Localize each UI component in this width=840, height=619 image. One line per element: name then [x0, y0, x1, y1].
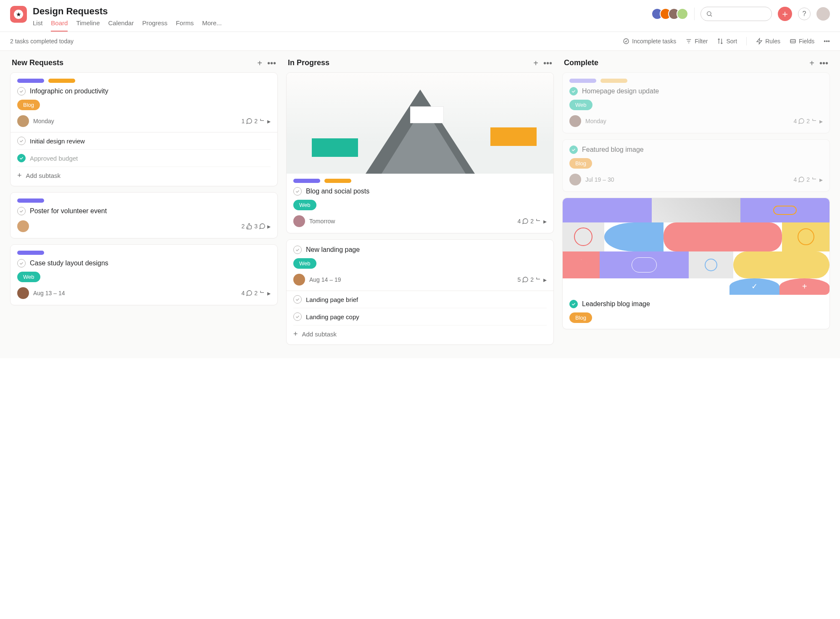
star-icon: ★ [14, 10, 23, 19]
member-avatars[interactable] [651, 8, 688, 20]
subtask[interactable]: Approved budget [17, 150, 271, 167]
tab-timeline[interactable]: Timeline [76, 19, 100, 32]
subtask[interactable]: Landing page brief [293, 291, 547, 308]
assignee-avatar[interactable] [293, 274, 305, 286]
tag-web[interactable]: Web [569, 100, 592, 110]
likes-count[interactable]: 2 [241, 223, 253, 230]
filter-icon [685, 38, 692, 45]
tag-blog[interactable]: Blog [17, 100, 40, 110]
subtask-icon [535, 218, 542, 225]
add-subtask-button[interactable]: +Add subtask [293, 325, 547, 339]
subtask-check-icon[interactable] [17, 137, 26, 145]
complete-check-icon[interactable] [569, 300, 578, 308]
help-button[interactable]: ? [798, 8, 811, 20]
tag-web[interactable]: Web [17, 272, 40, 282]
assignee-avatar[interactable] [17, 287, 29, 299]
subtasks-count[interactable]: 2 [530, 276, 542, 283]
add-card-button[interactable]: + [257, 59, 262, 67]
task-card[interactable]: New landing pageWebAug 14 – 1952▸ Landin… [286, 239, 554, 345]
card-meta: 42▸ [241, 289, 271, 297]
task-card[interactable]: Poster for volunteer event23▸ [10, 192, 278, 238]
subtask[interactable]: Initial design review [17, 132, 271, 150]
search-input[interactable] [700, 7, 772, 21]
comments-count[interactable]: 4 [793, 118, 805, 124]
add-card-button[interactable]: + [809, 59, 814, 67]
tab-list[interactable]: List [33, 19, 42, 32]
tab-progress[interactable]: Progress [142, 19, 167, 32]
assignee-avatar[interactable] [17, 115, 29, 127]
tag-blog[interactable]: Blog [569, 312, 592, 323]
task-card[interactable]: Blog and social postsWebTomorrow42▸ [286, 72, 554, 233]
comments-count[interactable]: 4 [517, 218, 529, 225]
add-subtask-button[interactable]: +Add subtask [17, 167, 271, 180]
comments-count[interactable]: 4 [241, 290, 253, 296]
tag-web[interactable]: Web [293, 200, 316, 210]
more-button[interactable]: ••• [824, 38, 830, 45]
chevron-right-icon[interactable]: ▸ [819, 117, 823, 125]
member-avatar[interactable] [677, 8, 688, 20]
task-card[interactable]: Infographic on productivityBlogMonday12▸… [10, 72, 278, 186]
assignee-avatar[interactable] [17, 220, 29, 232]
subtask-check-icon[interactable] [293, 295, 302, 304]
complete-check-icon[interactable] [569, 87, 578, 95]
comment-icon [259, 223, 266, 230]
user-avatar[interactable] [816, 7, 830, 21]
add-button[interactable]: ＋ [778, 7, 792, 21]
subtasks-count[interactable]: 2 [254, 290, 266, 296]
task-card[interactable]: ✓ + Leadership blog imageBlog [562, 198, 830, 329]
tab-more[interactable]: More... [202, 19, 222, 32]
chevron-right-icon[interactable]: ▸ [819, 176, 823, 184]
assignee-avatar[interactable] [569, 115, 581, 127]
chevron-right-icon[interactable]: ▸ [543, 276, 547, 284]
comments-count[interactable]: 5 [517, 276, 529, 283]
subtask-check-icon[interactable] [17, 154, 26, 162]
svg-marker-6 [757, 38, 762, 44]
svg-point-0 [707, 12, 711, 16]
tag-blog[interactable]: Blog [569, 158, 592, 169]
tab-board[interactable]: Board [51, 19, 68, 32]
project-logo[interactable]: ★ [10, 6, 27, 23]
comments-count[interactable]: 1 [241, 118, 253, 124]
card-pills [17, 251, 271, 255]
incomplete-filter[interactable]: Incomplete tasks [623, 38, 676, 45]
subtask-check-icon[interactable] [293, 312, 302, 321]
column-more-button[interactable]: ••• [819, 59, 828, 67]
column-more-button[interactable]: ••• [543, 59, 552, 67]
comments-count[interactable]: 3 [254, 223, 266, 230]
complete-check-icon[interactable] [569, 145, 578, 154]
card-meta: 23▸ [241, 222, 271, 230]
chevron-right-icon[interactable]: ▸ [267, 222, 271, 230]
subtask[interactable]: Landing page copy [293, 308, 547, 325]
subtasks-count[interactable]: 2 [254, 118, 266, 124]
complete-check-icon[interactable] [17, 207, 26, 215]
column-more-button[interactable]: ••• [267, 59, 276, 67]
chevron-right-icon[interactable]: ▸ [543, 217, 547, 225]
fields-button[interactable]: Fields [790, 38, 814, 45]
complete-check-icon[interactable] [293, 187, 302, 196]
task-card[interactable]: Featured blog imageBlogJul 19 – 3042▸ [562, 139, 830, 192]
comment-icon [246, 290, 253, 296]
subtasks-count[interactable]: 2 [806, 176, 818, 183]
task-card[interactable]: Homepage design updateWebMonday42▸ [562, 72, 830, 133]
tab-forms[interactable]: Forms [176, 19, 194, 32]
complete-check-icon[interactable] [17, 259, 26, 267]
complete-check-icon[interactable] [17, 87, 26, 95]
thumbs-up-icon [246, 223, 253, 230]
plus-icon: + [17, 171, 22, 180]
add-card-button[interactable]: + [533, 59, 538, 67]
complete-check-icon[interactable] [293, 246, 302, 254]
sort-icon [717, 38, 724, 45]
filter-button[interactable]: Filter [685, 38, 708, 45]
tab-calendar[interactable]: Calendar [108, 19, 134, 32]
task-card[interactable]: Case study layout designsWebAug 13 – 144… [10, 244, 278, 305]
comments-count[interactable]: 4 [793, 176, 805, 183]
sort-button[interactable]: Sort [717, 38, 737, 45]
chevron-right-icon[interactable]: ▸ [267, 289, 271, 297]
subtasks-count[interactable]: 2 [806, 118, 818, 124]
tag-web[interactable]: Web [293, 258, 316, 269]
subtasks-count[interactable]: 2 [530, 218, 542, 225]
rules-button[interactable]: Rules [756, 38, 780, 45]
assignee-avatar[interactable] [569, 174, 581, 185]
chevron-right-icon[interactable]: ▸ [267, 117, 271, 125]
assignee-avatar[interactable] [293, 215, 305, 227]
